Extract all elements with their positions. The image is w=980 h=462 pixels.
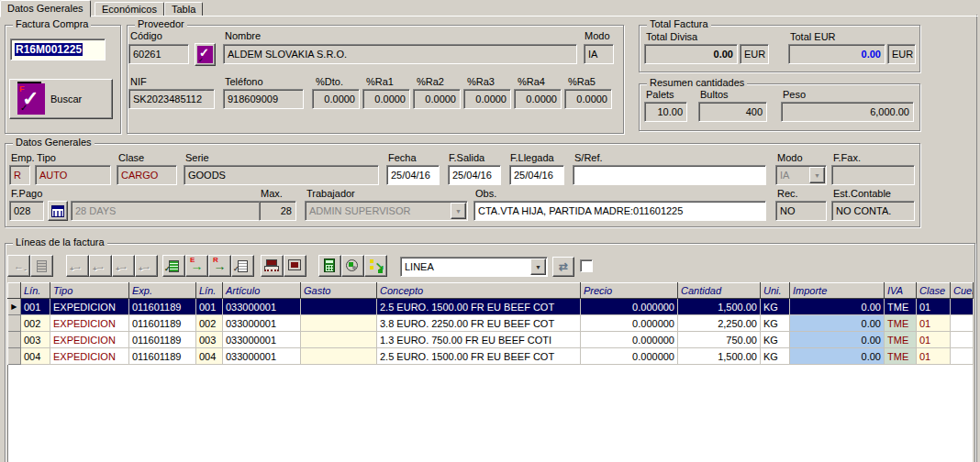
preview-button[interactable]: [284, 255, 306, 277]
table-cell[interactable]: [951, 299, 974, 315]
fsalida-field[interactable]: 25/04/16: [448, 165, 501, 185]
column-header-concepto[interactable]: Concepto: [377, 283, 581, 299]
table-cell[interactable]: KG: [761, 299, 790, 315]
table-cell[interactable]: 750.00: [678, 332, 761, 348]
table-cell[interactable]: 033000001: [223, 315, 301, 332]
table-cell[interactable]: 033000001: [223, 299, 301, 315]
traspaso-e-button[interactable]: →E: [185, 255, 208, 277]
row-selector-cell[interactable]: [8, 332, 21, 348]
column-header-clase[interactable]: Clase: [917, 283, 951, 299]
factura-numero-field[interactable]: R16M001225: [10, 38, 106, 60]
table-row[interactable]: 004EXPEDICION0116011890040330000012.5 EU…: [8, 348, 974, 365]
table-cell[interactable]: TME: [885, 348, 917, 365]
column-header-cantidad[interactable]: Cantidad: [678, 283, 761, 299]
table-cell[interactable]: EXPEDICION: [50, 315, 129, 332]
column-header-artculo[interactable]: Artículo: [223, 283, 301, 299]
table-cell[interactable]: 01: [917, 315, 951, 332]
column-header-precio[interactable]: Precio: [581, 283, 678, 299]
lineas-checkbox[interactable]: [580, 259, 593, 272]
table-cell[interactable]: [951, 348, 974, 365]
column-header-tipo[interactable]: Tipo: [50, 283, 129, 299]
tipo-field[interactable]: AUTO: [35, 165, 111, 185]
edit-doc-button[interactable]: ✓: [231, 255, 254, 277]
table-cell[interactable]: 011601189: [129, 315, 196, 332]
calculator-button[interactable]: [318, 255, 341, 277]
table-cell[interactable]: TME: [885, 315, 917, 332]
table-cell[interactable]: 2,250.00: [678, 315, 761, 332]
table-cell[interactable]: 0.00: [790, 348, 885, 365]
fpago-desc-combo[interactable]: 28 DAYS ▼: [71, 201, 282, 221]
rec-field[interactable]: NO: [775, 201, 827, 221]
table-cell[interactable]: 1,500.00: [678, 299, 761, 315]
buscar-button[interactable]: F ✓ ✓ Buscar: [9, 79, 113, 119]
column-header-ln[interactable]: Lín.: [196, 283, 223, 299]
table-cell[interactable]: 003: [21, 332, 50, 348]
linea-combo[interactable]: LINEA ▼: [400, 257, 548, 277]
table-cell[interactable]: 2.5 EURO. 1500.00 FR EU BEEF COT: [377, 348, 581, 365]
table-cell[interactable]: 0.000000: [581, 332, 678, 348]
table-cell[interactable]: 1.3 EURO. 750.00 FR EU BEEF COTI: [377, 332, 581, 348]
table-cell[interactable]: 004: [21, 348, 50, 365]
tab-tabla[interactable]: Tabla: [164, 2, 203, 16]
table-cell[interactable]: TME: [885, 299, 917, 315]
nif-field[interactable]: SK2023485112: [128, 89, 215, 109]
table-cell[interactable]: 033000001: [223, 348, 301, 365]
tab-datos-generales[interactable]: Datos Generales: [0, 0, 91, 17]
pct-field[interactable]: 0.0000: [514, 89, 562, 109]
proveedor-modo-field[interactable]: IA: [584, 44, 614, 64]
sref-field[interactable]: [573, 165, 766, 185]
fpago-calendar-button[interactable]: [48, 201, 68, 221]
table-cell[interactable]: 01: [917, 332, 951, 348]
lineas-options-button[interactable]: ⇄: [552, 257, 574, 277]
table-cell[interactable]: 001: [196, 299, 223, 315]
paste-lines-button[interactable]: ↘: [364, 255, 387, 277]
est-contable-field[interactable]: NO CONTA.: [831, 201, 915, 221]
table-cell[interactable]: EXPEDICION: [50, 348, 129, 365]
table-cell[interactable]: 0.000000: [581, 348, 678, 365]
table-cell[interactable]: 011601189: [129, 332, 196, 348]
table-cell[interactable]: 0.00: [790, 299, 885, 315]
table-cell[interactable]: 0.00: [790, 315, 885, 332]
column-header-importe[interactable]: Importe: [790, 283, 885, 299]
table-cell[interactable]: 001: [21, 299, 50, 315]
edit-green-doc-button[interactable]: ✓: [162, 255, 185, 277]
pct-field[interactable]: 0.0000: [564, 89, 612, 109]
clase-field[interactable]: CARGO: [117, 165, 177, 185]
table-cell[interactable]: 1,500.00: [678, 348, 761, 365]
table-cell[interactable]: TME: [885, 332, 917, 348]
pct-field[interactable]: 0.0000: [413, 89, 461, 109]
row-selector-cell[interactable]: [8, 348, 21, 365]
table-cell[interactable]: 01: [917, 348, 951, 365]
table-cell[interactable]: EXPEDICION: [50, 332, 129, 348]
serie-field[interactable]: GOODS: [184, 165, 379, 185]
telefono-field[interactable]: 918609009: [223, 89, 304, 109]
column-header-ln[interactable]: Lín.: [21, 283, 50, 299]
table-cell[interactable]: [301, 348, 377, 365]
tab-economicos[interactable]: Económicos: [95, 2, 164, 16]
fpago-field[interactable]: 028: [9, 201, 44, 221]
table-cell[interactable]: KG: [761, 348, 790, 365]
table-cell[interactable]: 011601189: [129, 348, 196, 365]
column-header-selector[interactable]: [8, 283, 21, 299]
print-button[interactable]: [261, 255, 284, 277]
table-row[interactable]: 002EXPEDICION0116011890020330000013.8 EU…: [8, 315, 974, 332]
trabajador-combo[interactable]: ADMIN SUPERVISOR ▼: [305, 201, 468, 221]
table-cell[interactable]: 002: [21, 315, 50, 332]
table-cell[interactable]: KG: [761, 315, 790, 332]
chevron-down-icon[interactable]: ▼: [451, 203, 466, 219]
table-cell[interactable]: 003: [196, 332, 223, 348]
table-cell[interactable]: 01: [917, 299, 951, 315]
nombre-field[interactable]: ALDEM SLOVAKIA S.R.O.: [223, 44, 577, 64]
traspaso-r-button[interactable]: →R: [208, 255, 231, 277]
table-row[interactable]: 003EXPEDICION0116011890030330000011.3 EU…: [8, 332, 974, 348]
table-cell[interactable]: 3.8 EURO. 2250.00 FR EU BEEF COT: [377, 315, 581, 332]
fllegada-field[interactable]: 25/04/16: [509, 165, 564, 185]
pct-field[interactable]: 0.0000: [312, 89, 360, 109]
row-selector-cell[interactable]: [8, 315, 21, 332]
emp-field[interactable]: R: [9, 165, 30, 185]
column-header-iva[interactable]: IVA: [885, 283, 917, 299]
distribute-button[interactable]: [341, 255, 364, 277]
proveedor-lookup-button[interactable]: ✓ ✓: [195, 43, 216, 66]
table-cell[interactable]: 0.00: [790, 332, 885, 348]
table-cell[interactable]: 011601189: [129, 299, 196, 315]
